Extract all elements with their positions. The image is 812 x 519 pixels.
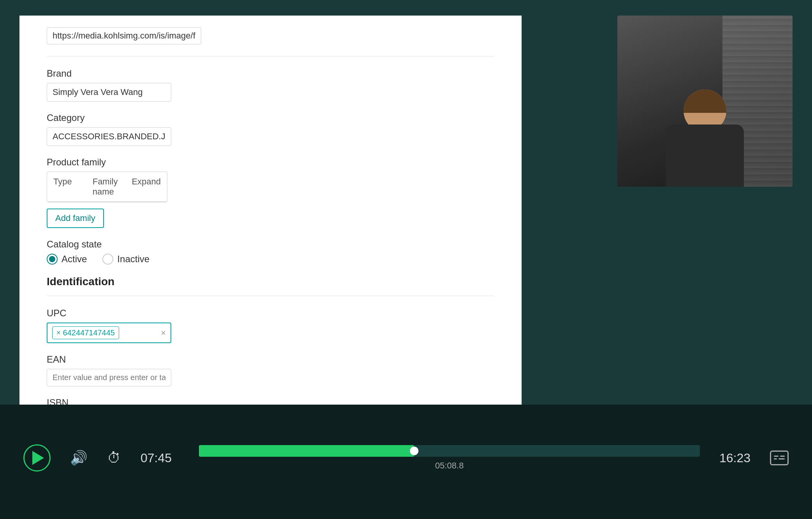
- webcam-panel: [617, 16, 793, 187]
- isbn-label: ISBN: [47, 397, 494, 405]
- progress-fill: [199, 445, 414, 457]
- radio-inactive-circle[interactable]: [102, 254, 113, 265]
- total-time: 16:23: [719, 451, 750, 465]
- caption-button[interactable]: [770, 451, 789, 465]
- divider-identification: [47, 296, 494, 296]
- category-field-group: Category: [47, 112, 494, 146]
- upc-tag-input[interactable]: × 642447147445 ×: [47, 323, 171, 343]
- isbn-field-group: ISBN: [47, 397, 494, 405]
- webcam-person: [617, 16, 793, 187]
- family-col-expand: Expand: [125, 172, 167, 202]
- timer-button[interactable]: ⏱: [107, 450, 121, 466]
- person-silhouette: [666, 82, 744, 187]
- svg-rect-2: [774, 458, 777, 459]
- volume-button[interactable]: 🔊: [70, 450, 88, 466]
- product-family-label: Product family: [47, 157, 494, 168]
- radio-inactive-item[interactable]: Inactive: [102, 254, 149, 265]
- progress-bar[interactable]: [199, 445, 700, 457]
- upc-label: UPC: [47, 308, 494, 319]
- person-hair: [684, 89, 726, 113]
- radio-inactive-label: Inactive: [117, 254, 149, 265]
- ean-label: EAN: [47, 354, 494, 365]
- volume-icon: 🔊: [70, 450, 88, 466]
- radio-active-circle[interactable]: [47, 254, 58, 265]
- family-col-type: Type: [47, 172, 86, 202]
- progress-thumb[interactable]: [410, 447, 418, 455]
- brand-input[interactable]: [47, 83, 171, 102]
- svg-rect-0: [774, 456, 779, 457]
- svg-rect-3: [779, 458, 785, 459]
- category-input[interactable]: [47, 127, 171, 146]
- ean-input[interactable]: [47, 369, 171, 386]
- brand-field-group: Brand: [47, 68, 494, 102]
- controls-row: 🔊 ⏱ 07:45 05:08.8 16:23: [23, 444, 789, 472]
- identification-section: Identification UPC × 642447147445 × EAN: [47, 275, 494, 405]
- catalog-state-field-group: Catalog state Active Inactive: [47, 239, 494, 265]
- url-bar[interactable]: https://media.kohlsimg.com/is/image/f: [47, 27, 201, 44]
- timer-icon: ⏱: [107, 450, 121, 466]
- control-bar: 🔊 ⏱ 07:45 05:08.8 16:23: [0, 405, 812, 519]
- add-family-button[interactable]: Add family: [47, 209, 104, 228]
- upc-tag-remove-icon[interactable]: ×: [56, 329, 61, 337]
- play-button[interactable]: [23, 444, 51, 472]
- caption-icon: [774, 454, 785, 462]
- radio-active-item[interactable]: Active: [47, 254, 87, 265]
- identification-header: Identification: [47, 275, 494, 288]
- family-table: Type Family name Expand: [47, 172, 167, 202]
- catalog-state-radio-group: Active Inactive: [47, 254, 494, 265]
- upc-field-group: UPC × 642447147445 ×: [47, 308, 494, 343]
- upc-tag-value: 642447147445: [63, 328, 115, 337]
- family-table-header: Type Family name Expand: [47, 172, 167, 202]
- brand-label: Brand: [47, 68, 494, 79]
- form-panel: https://media.kohlsimg.com/is/image/f Br…: [19, 16, 522, 405]
- category-label: Category: [47, 112, 494, 123]
- person-body: [666, 124, 744, 187]
- main-area: https://media.kohlsimg.com/is/image/f Br…: [0, 0, 812, 405]
- product-family-field-group: Product family Type Family name Expand A…: [47, 157, 494, 228]
- family-col-name: Family name: [86, 172, 126, 202]
- progress-timestamp: 05:08.8: [435, 461, 464, 470]
- play-icon: [32, 451, 44, 465]
- upc-tag: × 642447147445: [52, 326, 119, 339]
- svg-rect-1: [780, 456, 785, 457]
- upc-clear-icon[interactable]: ×: [161, 328, 166, 338]
- catalog-state-label: Catalog state: [47, 239, 494, 250]
- ean-field-group: EAN: [47, 354, 494, 386]
- radio-active-label: Active: [62, 254, 87, 265]
- current-time: 07:45: [141, 451, 179, 465]
- divider-top: [47, 56, 494, 56]
